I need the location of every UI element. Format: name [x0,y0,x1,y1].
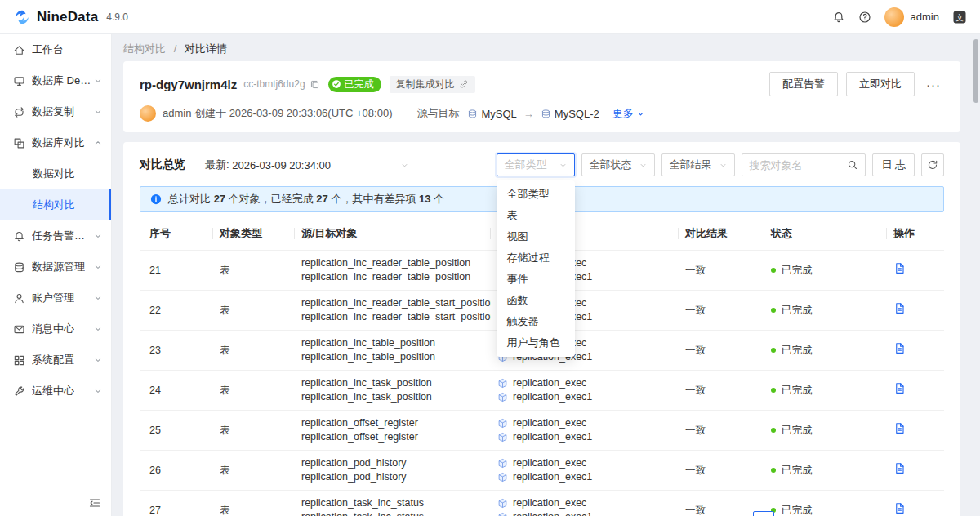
chevron-down-icon [93,293,103,303]
sidebar-item-label: 数据库对比 [32,136,85,150]
cell-object-type: 表 [213,371,295,411]
report-icon[interactable] [893,502,906,514]
svg-text:文: 文 [956,12,964,21]
cell-result: 一致 [679,291,764,331]
report-icon[interactable] [893,462,906,474]
info-icon [150,194,162,205]
cell-object-type: 表 [213,451,295,491]
cell-objects: replication_inc_reader_table_start_posit… [295,291,491,331]
cell-action [887,251,944,291]
compare-icon [13,137,25,149]
column-header: 源/目标对象 [295,217,491,251]
sidebar-item[interactable]: 数据源管理 [0,251,111,282]
sidebar-item[interactable]: 运维中心 [0,376,111,407]
column-header: 状态 [764,217,887,251]
sidebar-item[interactable]: 数据复制 [0,96,111,127]
dropdown-option[interactable]: 存储过程 [497,247,575,269]
cell-objects: replication_task_inc_statusreplication_t… [295,491,491,516]
source-target-label: 源与目标 [416,106,459,121]
username[interactable]: admin [911,11,939,23]
chevron-up-icon [93,138,103,148]
help-icon[interactable] [858,11,871,24]
more-actions-button[interactable]: ··· [923,78,944,91]
search-input[interactable] [742,153,840,176]
notifications-icon[interactable] [832,11,845,24]
user-avatar[interactable] [884,7,904,27]
dropdown-option[interactable]: 表 [497,205,575,226]
dropdown-option[interactable]: 全部类型 [497,184,575,205]
report-icon[interactable] [893,422,906,434]
chevron-down-icon [93,324,103,334]
sidebar-item[interactable]: 任务告警管理 [0,220,111,251]
table-row: 24表replication_inc_task_positionreplicat… [140,371,944,411]
compare-now-button[interactable]: 立即对比 [846,72,915,96]
dropdown-option[interactable]: 触发器 [497,311,575,332]
latest-run-select[interactable]: 最新: 2026-03-09 20:34:00 [205,158,409,172]
database-icon [467,109,478,119]
ops-icon [13,385,25,398]
sidebar-item-label: 数据库 DevOps [32,73,93,88]
more-details-link[interactable]: 更多 [612,106,645,121]
copy-icon[interactable] [310,79,320,90]
cell-result: 一致 [679,251,764,291]
status-filter-select[interactable]: 全部状态 [581,153,655,176]
vertical-scrollbar-thumb[interactable] [973,39,978,103]
database-icon [497,472,508,483]
sidebar-item[interactable]: 数据库 DevOps [0,65,111,96]
report-icon[interactable] [893,302,906,314]
cell-status: 已完成 [764,251,887,291]
pagination-page-button[interactable]: 1 [753,511,774,516]
sidebar-subitem[interactable]: 结构对比 [0,189,111,220]
source-datasource[interactable]: MySQL [467,108,516,120]
cell-result: 一致 [679,411,764,451]
check-circle-icon [332,79,341,89]
search-button[interactable] [840,153,866,176]
sidebar-collapse-icon[interactable] [88,496,101,509]
chevron-down-icon [719,161,728,170]
chevron-down-icon [93,355,103,365]
link-icon[interactable] [459,79,469,89]
configure-alert-button[interactable]: 配置告警 [769,72,838,96]
refresh-button[interactable] [921,153,944,176]
sidebar-item[interactable]: 账户管理 [0,282,111,314]
breadcrumb-parent[interactable]: 结构对比 [123,42,166,55]
type-dropdown: 全部类型表视图存储过程事件函数触发器用户与角色 [497,180,575,357]
main-area: 结构对比 / 对比详情 rp-dgy7wnjrm4lz cc-tbmtj6du2… [112,34,972,516]
sidebar-item[interactable]: 数据库对比 [0,127,111,158]
result-filter-select[interactable]: 全部结果 [662,153,735,176]
overview-title: 对比总览 [140,158,185,172]
arrow-icon: → [523,108,534,120]
chevron-down-icon [93,107,103,117]
column-header: 对象类型 [213,217,295,251]
column-header: 操作 [887,217,944,251]
brand-logo[interactable]: NineData [13,8,98,26]
report-icon[interactable] [893,342,906,354]
sidebar-item[interactable]: 工作台 [0,34,111,65]
database-icon [497,392,508,403]
report-icon[interactable] [893,262,906,274]
sidebar-item[interactable]: 系统配置 [0,345,111,376]
dropdown-option[interactable]: 用户与角色 [497,332,575,354]
dropdown-option[interactable]: 函数 [497,290,575,311]
column-header: 序号 [140,217,213,251]
type-filter-select[interactable]: 全部类型 全部类型表视图存储过程事件函数触发器用户与角色 [497,153,575,176]
cell-object-type: 表 [213,291,295,331]
database-icon [497,512,508,516]
task-id: rp-dgy7wnjrm4lz [140,78,237,91]
task-sub-id: cc-tbmtj6du2g [243,78,305,90]
dropdown-option[interactable]: 视图 [497,226,575,247]
sidebar-item[interactable]: 消息中心 [0,314,111,345]
target-datasource[interactable]: MySQL-2 [541,108,599,120]
cell-index: 21 [140,251,213,291]
sidebar-subitem[interactable]: 数据对比 [0,158,111,189]
devops-icon [13,75,25,87]
app-version: 4.9.0 [106,11,128,23]
sidebar-menu: 工作台数据库 DevOps数据复制数据库对比数据对比结构对比任务告警管理数据源管… [0,34,111,407]
log-button[interactable]: 日 志 [872,153,915,176]
language-switch-icon[interactable]: 文 [952,10,967,24]
comparison-card: 对比总览 最新: 2026-03-09 20:34:00 全部类型 全部类型表视… [123,142,960,516]
cell-index: 23 [140,331,213,371]
report-icon[interactable] [893,382,906,394]
dropdown-option[interactable]: 事件 [497,269,575,290]
sidebar-item-label: 系统配置 [32,353,74,367]
